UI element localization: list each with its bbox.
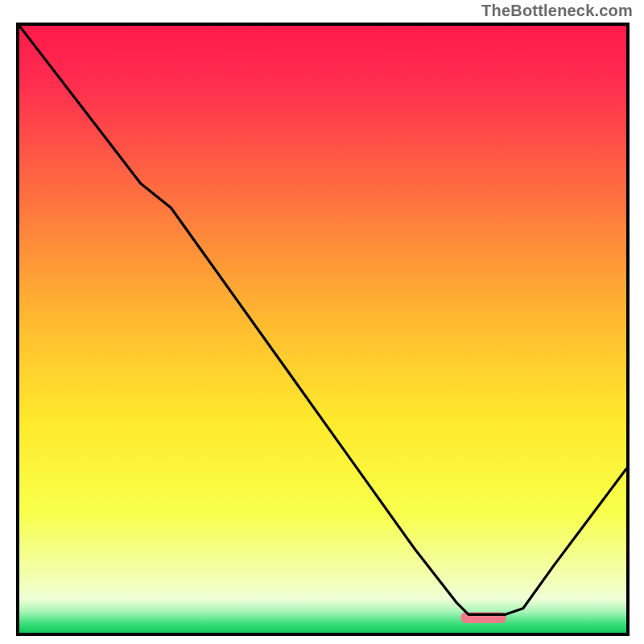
chart-series-curve xyxy=(19,26,626,614)
chart-plot-area xyxy=(16,23,630,636)
chart-overlay xyxy=(19,26,626,633)
watermark-text: TheBottleneck.com xyxy=(481,2,633,20)
